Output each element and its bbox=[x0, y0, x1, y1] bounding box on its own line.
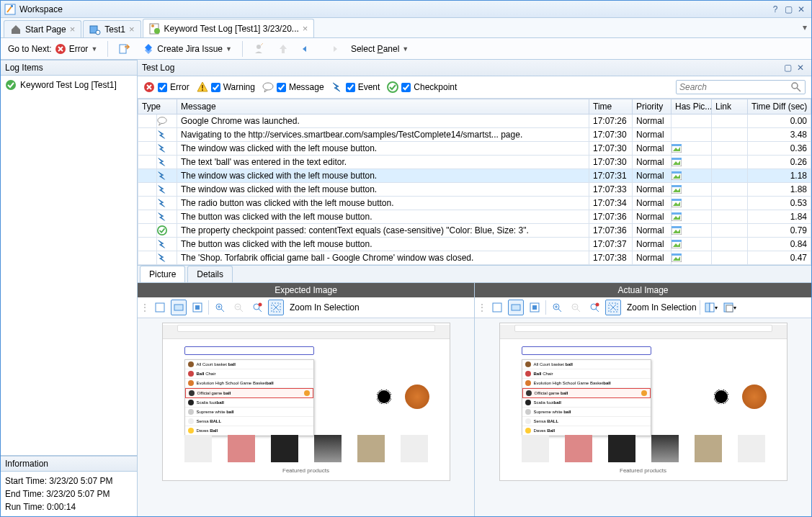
row-priority: Normal bbox=[633, 238, 672, 251]
filter-warning-checkbox[interactable] bbox=[211, 83, 220, 92]
row-timediff: 1.84 bbox=[748, 210, 811, 224]
nav-back-button[interactable] bbox=[299, 42, 316, 56]
tab-test1[interactable]: Test1 × bbox=[83, 20, 140, 37]
search-box[interactable] bbox=[676, 80, 806, 94]
expected-image-view[interactable]: All Court basket ball Ball Chair Evoluti… bbox=[138, 318, 474, 516]
row-link bbox=[712, 169, 748, 183]
tab-start-page[interactable]: Start Page × bbox=[4, 20, 81, 37]
row-type-icon bbox=[157, 128, 177, 142]
log-grid[interactable]: Type Message Time Priority Has Pic... Li… bbox=[138, 99, 811, 266]
row-timediff: 0.36 bbox=[748, 142, 811, 156]
row-expand[interactable] bbox=[138, 183, 157, 197]
row-expand[interactable] bbox=[138, 142, 157, 156]
svg-point-15 bbox=[388, 82, 398, 92]
tool-zoomreset-icon[interactable] bbox=[586, 300, 602, 315]
row-expand[interactable] bbox=[138, 114, 157, 128]
tab-keyword-test-log[interactable]: Keyword Test Log [Test1] 3/23/20... × bbox=[143, 19, 315, 37]
tool-zoomin-icon[interactable] bbox=[549, 300, 565, 315]
tool-actual-icon[interactable] bbox=[189, 300, 205, 315]
row-message: The text 'ball' was entered in the text … bbox=[177, 156, 589, 169]
table-row[interactable]: The radio button was clicked with the le… bbox=[138, 197, 811, 210]
row-expand[interactable] bbox=[138, 210, 157, 224]
row-expand[interactable] bbox=[138, 251, 157, 265]
table-row[interactable]: Google Chrome was launched.17:07:26Norma… bbox=[138, 114, 811, 128]
filter-event[interactable]: Event bbox=[331, 81, 380, 93]
row-expand[interactable] bbox=[138, 156, 157, 169]
search-input[interactable] bbox=[679, 82, 790, 92]
go-to-next-dropdown[interactable]: Go to Next: Error ▼ bbox=[5, 42, 100, 56]
tool-zoomsel-icon[interactable] bbox=[268, 300, 284, 315]
table-row[interactable]: The window was clicked with the left mou… bbox=[138, 169, 811, 183]
col-haspic[interactable]: Has Pic... bbox=[672, 99, 712, 114]
panel-close-button[interactable]: ✕ bbox=[794, 62, 807, 73]
actual-image-view[interactable]: All Court basket ball Ball Chair Evoluti… bbox=[475, 318, 811, 516]
row-link bbox=[712, 183, 748, 197]
export-button[interactable] bbox=[115, 42, 133, 56]
svg-rect-25 bbox=[672, 171, 682, 174]
row-expand[interactable] bbox=[138, 169, 157, 183]
information-body: Start Time: 3/23/20 5:07 PM End Time: 3/… bbox=[1, 472, 137, 516]
table-row[interactable]: The 'Shop. Torfabrik official game ball … bbox=[138, 251, 811, 265]
col-time[interactable]: Time bbox=[589, 99, 633, 114]
tool-actual-icon[interactable] bbox=[527, 300, 543, 315]
maximize-button[interactable]: ▢ bbox=[782, 4, 795, 15]
tool-zoomreset-icon[interactable] bbox=[249, 300, 265, 315]
tool-fitwidth-icon[interactable] bbox=[508, 300, 524, 315]
row-expand[interactable] bbox=[138, 197, 157, 210]
row-time: 17:07:38 bbox=[589, 251, 633, 265]
chevron-down-icon: ▼ bbox=[402, 45, 409, 53]
tool-fit-icon[interactable] bbox=[489, 300, 505, 315]
tab-details[interactable]: Details bbox=[187, 266, 233, 282]
col-timediff[interactable]: Time Diff (sec) bbox=[748, 99, 811, 114]
tool-fit-icon[interactable] bbox=[152, 300, 168, 315]
success-icon bbox=[5, 79, 17, 91]
tool-zoomin-icon[interactable] bbox=[212, 300, 228, 315]
table-row[interactable]: The text 'ball' was entered in the text … bbox=[138, 156, 811, 169]
filter-event-label: Event bbox=[358, 82, 380, 92]
tool-fitwidth-icon[interactable] bbox=[171, 300, 187, 315]
log-items-tree[interactable]: Keyword Test Log [Test1] bbox=[1, 76, 137, 456]
create-jira-issue-button[interactable]: Create Jira Issue ▼ bbox=[140, 42, 235, 56]
col-priority[interactable]: Priority bbox=[633, 99, 672, 114]
col-type[interactable]: Type bbox=[138, 99, 177, 114]
filter-message-checkbox[interactable] bbox=[277, 83, 286, 92]
table-row[interactable]: The button was clicked with the left mou… bbox=[138, 238, 811, 251]
tab-close-icon[interactable]: × bbox=[129, 24, 135, 35]
col-message[interactable]: Message bbox=[177, 99, 589, 114]
svg-point-9 bbox=[256, 45, 261, 49]
tab-picture[interactable]: Picture bbox=[140, 266, 185, 282]
svg-rect-64 bbox=[705, 303, 710, 312]
filter-message[interactable]: Message bbox=[262, 81, 324, 93]
tool-zoomsel-icon[interactable] bbox=[605, 300, 621, 315]
filter-checkpoint-checkbox[interactable] bbox=[401, 83, 411, 92]
table-row[interactable]: Navigating to the http://services.smartb… bbox=[138, 128, 811, 142]
table-row[interactable]: The window was clicked with the left mou… bbox=[138, 183, 811, 197]
col-link[interactable]: Link bbox=[712, 99, 748, 114]
panel-maximize-button[interactable]: ▢ bbox=[781, 62, 794, 73]
tree-item-root[interactable]: Keyword Test Log [Test1] bbox=[5, 78, 133, 91]
filter-checkpoint[interactable]: Checkpoint bbox=[387, 81, 457, 93]
tool-compare1-icon[interactable]: ▾ bbox=[703, 300, 719, 315]
table-row[interactable]: The window was clicked with the left mou… bbox=[138, 142, 811, 156]
table-row[interactable]: The property checkpoint passed: contentT… bbox=[138, 224, 811, 238]
filter-bar: Error Warning Message Event bbox=[138, 76, 811, 99]
help-button[interactable]: ? bbox=[769, 4, 782, 15]
tabs-dropdown[interactable]: ▾ bbox=[803, 22, 807, 32]
filter-event-checkbox[interactable] bbox=[346, 83, 355, 92]
filter-error-checkbox[interactable] bbox=[158, 83, 167, 92]
tab-close-icon[interactable]: × bbox=[70, 24, 76, 35]
row-expand[interactable] bbox=[138, 128, 157, 142]
tool-zoomout-icon bbox=[231, 300, 246, 315]
svg-point-62 bbox=[596, 303, 599, 307]
select-panel-dropdown[interactable]: Select Panel ▼ bbox=[348, 42, 411, 55]
tab-close-icon[interactable]: × bbox=[303, 23, 308, 34]
filter-warning[interactable]: Warning bbox=[197, 81, 255, 93]
row-expand[interactable] bbox=[138, 238, 157, 251]
row-link bbox=[712, 128, 748, 142]
table-row[interactable]: The button was clicked with the left mou… bbox=[138, 210, 811, 224]
close-button[interactable]: ✕ bbox=[795, 4, 808, 15]
row-link bbox=[712, 224, 748, 238]
tool-compare2-icon[interactable]: ▾ bbox=[722, 300, 738, 315]
filter-error[interactable]: Error bbox=[143, 81, 189, 93]
row-expand[interactable] bbox=[138, 224, 157, 238]
